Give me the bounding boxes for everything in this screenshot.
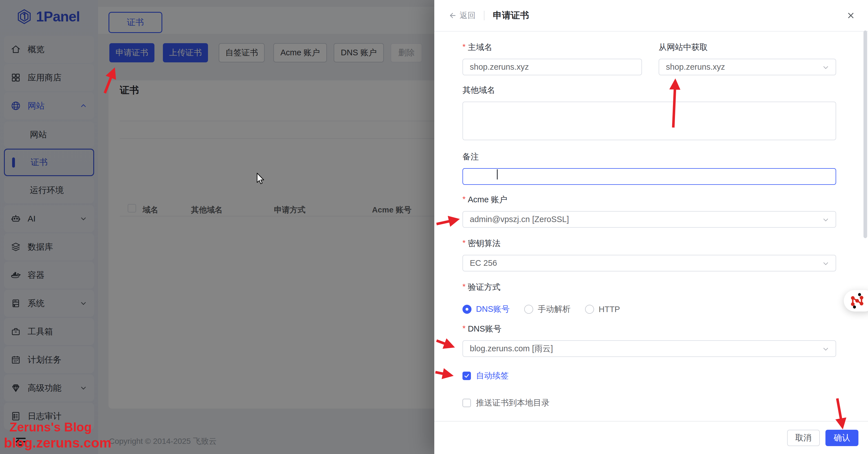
required-asterisk: * bbox=[462, 42, 466, 52]
field-primary-domain: *主域名 bbox=[462, 42, 642, 75]
dns-account-select[interactable]: blog.zeruns.com [雨云] bbox=[462, 340, 836, 357]
drawer-footer: 取消 确认 bbox=[434, 421, 868, 454]
drawer-header: 返回 申请证书 bbox=[434, 0, 868, 32]
radio-dot-icon bbox=[585, 305, 594, 314]
chevron-down-icon bbox=[822, 64, 829, 73]
radio-label: DNS账号 bbox=[476, 304, 509, 315]
field-label: 密钥算法 bbox=[468, 238, 500, 249]
radio-dot-icon bbox=[462, 305, 471, 314]
selected-value: admin@vpszj.cn [ZeroSSL] bbox=[470, 215, 569, 224]
selected-value: blog.zeruns.com [雨云] bbox=[470, 343, 553, 354]
field-key-algorithm: *密钥算法 EC 256 bbox=[462, 238, 836, 272]
checkbox-unchecked-icon[interactable] bbox=[462, 399, 471, 407]
field-other-domains: 其他域名 bbox=[462, 85, 836, 141]
field-label: 从网站中获取 bbox=[659, 42, 708, 53]
required-asterisk: * bbox=[462, 282, 466, 292]
back-label: 返回 bbox=[460, 10, 475, 21]
other-domains-textarea[interactable] bbox=[462, 102, 836, 140]
chevron-down-icon bbox=[822, 216, 829, 225]
field-label: 主域名 bbox=[468, 42, 492, 53]
chevron-down-icon bbox=[822, 345, 829, 355]
selected-value: EC 256 bbox=[470, 258, 497, 268]
radio-label: 手动解析 bbox=[538, 304, 570, 315]
field-label: DNS账号 bbox=[468, 323, 501, 335]
radio-label: HTTP bbox=[598, 305, 620, 314]
close-icon bbox=[846, 11, 856, 20]
radio-dns-account[interactable]: DNS账号 bbox=[462, 304, 509, 315]
arrow-left-icon bbox=[448, 11, 456, 20]
field-verify-method: *验证方式 DNS账号 手动解析 HTTP bbox=[462, 282, 836, 315]
close-button[interactable] bbox=[846, 11, 856, 20]
radio-http[interactable]: HTTP bbox=[585, 305, 620, 314]
field-label: 备注 bbox=[462, 151, 479, 163]
chevron-down-icon bbox=[822, 260, 829, 269]
modal-overlay[interactable] bbox=[0, 0, 434, 454]
apply-certificate-drawer: 返回 申请证书 *主域名 从网站中获取 shop.zeruns.xyz 其他域名 bbox=[434, 0, 868, 454]
radio-dot-icon bbox=[524, 305, 533, 314]
checkbox-label: 自动续签 bbox=[476, 370, 509, 381]
field-label: 验证方式 bbox=[468, 282, 500, 293]
floating-extension-widget[interactable] bbox=[844, 290, 868, 312]
confirm-button[interactable]: 确认 bbox=[826, 430, 859, 446]
drawer-title: 申请证书 bbox=[493, 9, 529, 22]
field-acme-account: *Acme 账户 admin@vpszj.cn [ZeroSSL] bbox=[462, 194, 836, 228]
cancel-button[interactable]: 取消 bbox=[787, 430, 820, 446]
field-label: 其他域名 bbox=[462, 85, 495, 96]
app-window: 1Panel 概览 应用商店 网站 网站 证书 运行环境 bbox=[0, 0, 868, 454]
required-asterisk: * bbox=[462, 194, 466, 204]
radio-manual-resolve[interactable]: 手动解析 bbox=[524, 304, 570, 315]
back-button[interactable]: 返回 bbox=[448, 10, 475, 21]
field-from-website: 从网站中获取 shop.zeruns.xyz bbox=[659, 42, 836, 75]
remark-input[interactable] bbox=[462, 168, 836, 185]
checkbox-label: 推送证书到本地目录 bbox=[476, 397, 550, 408]
checkbox-checked-icon[interactable] bbox=[462, 372, 471, 380]
push-local-checkbox-row[interactable]: 推送证书到本地目录 bbox=[462, 397, 550, 408]
required-asterisk: * bbox=[462, 238, 466, 248]
header-divider bbox=[484, 11, 485, 20]
acme-account-select[interactable]: admin@vpszj.cn [ZeroSSL] bbox=[462, 211, 836, 228]
selected-value: shop.zeruns.xyz bbox=[666, 62, 725, 72]
from-website-select[interactable]: shop.zeruns.xyz bbox=[659, 59, 836, 75]
field-remark: 备注 bbox=[462, 151, 836, 185]
required-asterisk: * bbox=[462, 323, 466, 334]
field-label: Acme 账户 bbox=[468, 194, 507, 205]
field-dns-account: *DNS账号 blog.zeruns.com [雨云] bbox=[462, 323, 836, 357]
text-caret bbox=[497, 169, 498, 179]
auto-renew-checkbox-row[interactable]: 自动续签 bbox=[462, 370, 509, 381]
primary-domain-input[interactable] bbox=[462, 59, 642, 75]
key-algorithm-select[interactable]: EC 256 bbox=[462, 255, 836, 272]
node-graph-icon bbox=[848, 292, 865, 309]
drawer-scrollbar[interactable] bbox=[864, 30, 867, 238]
